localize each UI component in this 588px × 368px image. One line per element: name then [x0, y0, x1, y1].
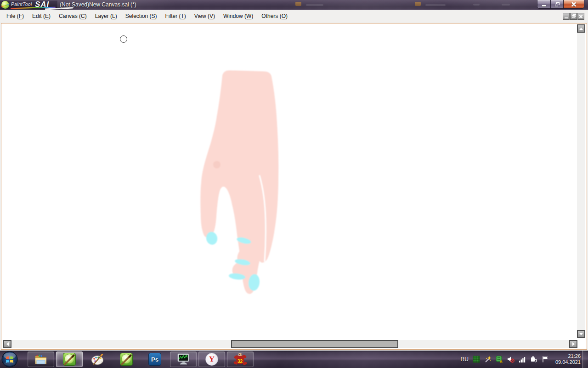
restore-icon: [555, 2, 560, 6]
window-title: (Not Saved)New Canvas.sai (*): [60, 0, 136, 10]
antivirus-warning-icon[interactable]: [496, 356, 503, 363]
removable-device-icon[interactable]: [530, 356, 537, 363]
menu-item-view[interactable]: View (V): [190, 11, 219, 21]
clock-time: 21:26: [555, 353, 581, 359]
menu-item-canvas[interactable]: Canvas (C): [55, 11, 91, 21]
painttool-sai-icon: [119, 352, 133, 366]
monitor-graph-icon: [176, 352, 190, 366]
menu-item-filter[interactable]: Filter (T): [161, 11, 190, 21]
folder-icon: [34, 352, 48, 366]
horizontal-scrollbar[interactable]: [3, 340, 577, 348]
red-imp-icon: 32: [233, 352, 248, 367]
menu-item-window[interactable]: Window (W): [219, 11, 257, 21]
sai-shell-icon: [1, 1, 9, 9]
taskbar-app-painttool-sai-active[interactable]: [56, 351, 83, 367]
menu-item-edit[interactable]: Edit (E): [28, 11, 55, 21]
taskbar-app-red-imp-game[interactable]: 32: [227, 351, 254, 367]
painttool-sai-icon: [62, 352, 76, 366]
scroll-left-button[interactable]: [3, 340, 11, 348]
mdi-restore-button[interactable]: [570, 13, 577, 20]
menu-items: File (F)Edit (E)Canvas (C)Layer (L)Selec…: [2, 11, 292, 21]
yandex-label: Y: [209, 355, 215, 364]
mdi-minimize-button[interactable]: [563, 13, 570, 20]
mdi-minimize-icon: [565, 17, 568, 18]
menubar: File (F)Edit (E)Canvas (C)Layer (L)Selec…: [0, 10, 588, 22]
photoshop-icon: Ps: [148, 353, 161, 366]
app-body: [0, 22, 588, 351]
action-center-flag-icon[interactable]: [542, 356, 549, 363]
language-indicator[interactable]: RU: [461, 356, 469, 362]
arrow-left-icon: [6, 342, 9, 346]
magic-wand-icon[interactable]: [484, 356, 492, 363]
mdi-close-icon: [579, 14, 583, 18]
window-controls: [537, 0, 584, 9]
taskbar: Ps Y: [0, 351, 588, 368]
mdi-window-controls: [563, 13, 584, 20]
ghost-desktop-label: [473, 4, 480, 6]
arrow-right-icon: [572, 342, 575, 346]
menu-item-layer[interactable]: Layer (L): [91, 11, 121, 21]
close-button[interactable]: [563, 0, 584, 9]
photoshop-label: Ps: [151, 356, 158, 363]
mdi-close-button[interactable]: [577, 13, 584, 20]
ghost-desktop-folder-icon: [295, 2, 301, 6]
canvas-window[interactable]: [1, 23, 587, 350]
ghost-desktop-label: [425, 4, 446, 6]
arrow-down-icon: [579, 333, 583, 335]
scroll-right-button[interactable]: [569, 340, 577, 348]
scroll-down-button[interactable]: [577, 330, 585, 338]
logo-brand-text: PaintTool: [11, 2, 32, 7]
menu-item-others[interactable]: Others (O): [257, 11, 292, 21]
clock-date: 09.04.2021: [555, 359, 581, 365]
restore-button[interactable]: [550, 0, 564, 9]
taskbar-app-paint-palette[interactable]: [85, 351, 111, 367]
show-desktop-button[interactable]: [582, 351, 588, 368]
mdi-restore-icon: [572, 15, 575, 18]
scroll-up-button[interactable]: [577, 24, 585, 33]
hand-sketch-artwork: [193, 60, 294, 299]
taskbar-app-photoshop[interactable]: Ps: [141, 351, 168, 367]
titlebar: PaintTool SAI (Not Saved)New Canvas.sai …: [0, 0, 588, 10]
arrow-up-icon: [579, 28, 583, 30]
taskbar-app-windows-explorer[interactable]: [28, 351, 54, 367]
green-grid-icon[interactable]: [473, 356, 480, 363]
network-signal-icon[interactable]: [519, 356, 526, 363]
ghost-desktop-label: [306, 4, 323, 6]
brush-cursor-circle: [120, 35, 127, 43]
taskbar-app-painttool-sai-pinned[interactable]: [113, 351, 140, 367]
ghost-desktop-label: [502, 4, 510, 6]
minimize-icon: [542, 5, 546, 6]
start-button[interactable]: [1, 351, 18, 368]
horizontal-scrollbar-thumb[interactable]: [231, 340, 398, 348]
minimize-button[interactable]: [537, 0, 551, 9]
taskbar-apps: Ps Y: [28, 351, 254, 368]
palette-icon: [91, 352, 105, 366]
taskbar-app-system-monitor[interactable]: [170, 351, 197, 367]
menu-item-selection[interactable]: Selection (S): [121, 11, 161, 21]
ghost-desktop-folder-icon: [415, 2, 421, 6]
imp-badge-count: 32: [237, 359, 243, 364]
yandex-icon: Y: [205, 353, 218, 366]
system-tray: RU: [461, 351, 581, 368]
taskbar-app-yandex-browser[interactable]: Y: [198, 351, 225, 367]
menu-item-file[interactable]: File (F): [2, 11, 28, 21]
clock[interactable]: 21:26 09.04.2021: [555, 353, 581, 365]
close-icon: [571, 1, 577, 7]
volume-muted-icon[interactable]: [507, 356, 514, 363]
vertical-scrollbar[interactable]: [577, 24, 585, 338]
